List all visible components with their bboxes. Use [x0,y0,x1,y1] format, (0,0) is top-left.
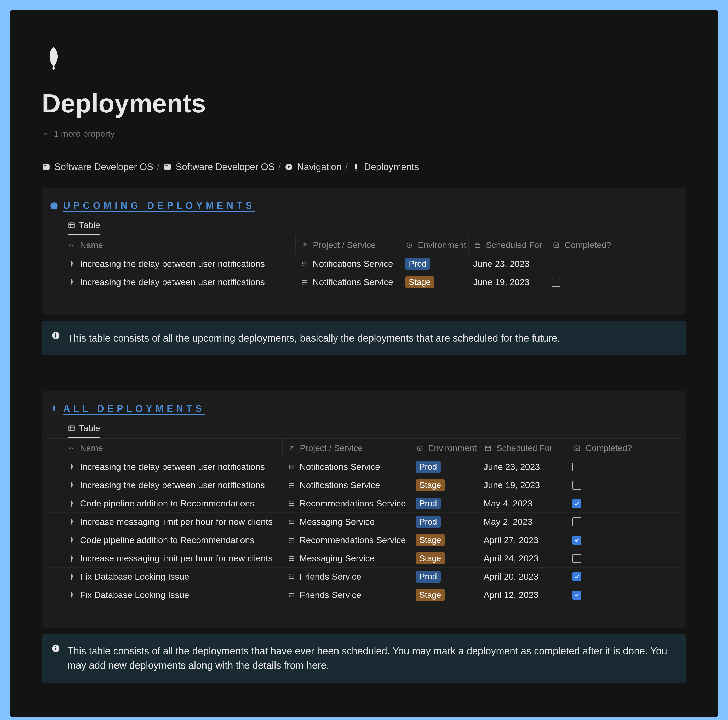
cell-date: April 12, 2023 [483,590,538,600]
col-name[interactable]: Name [68,240,295,250]
completed-checkbox[interactable] [572,536,581,545]
upcoming-deployments-title[interactable]: UPCOMING DEPLOYMENTS [63,200,255,211]
list-icon [288,555,295,562]
cell-name: Code pipeline addition to Recommendation… [80,535,254,545]
cell-name: Increasing the delay between user notifi… [80,462,265,472]
table-row[interactable]: Fix Database Locking IssueFriends Servic… [47,568,681,586]
breadcrumb-separator: / [278,162,281,173]
tab-table[interactable]: Table [68,423,100,438]
text-icon [68,242,75,249]
cell-date: April 24, 2023 [483,553,538,564]
list-icon [288,573,295,581]
table-row[interactable]: Increasing the delay between user notifi… [47,273,681,291]
completed-checkbox[interactable] [572,517,581,526]
completed-checkbox[interactable] [552,260,560,268]
calendar-icon [474,242,481,249]
list-icon [288,592,295,599]
table-row[interactable]: Code pipeline addition to Recommendation… [47,531,681,549]
info-text: This table consists of all the upcoming … [67,331,560,345]
env-badge: Prod [416,516,441,527]
col-scheduled[interactable]: Scheduled For [469,240,547,250]
rocket-icon [68,573,75,581]
table-row[interactable]: Increase messaging limit per hour for ne… [47,549,681,568]
col-project[interactable]: Project / Service [283,443,411,453]
chevron-down-icon [42,130,49,138]
upcoming-tabbar: Table [47,220,681,235]
info-icon [51,644,60,653]
col-completed[interactable]: Completed? [548,240,611,250]
breadcrumb-label: Software Developer OS [176,162,274,173]
breadcrumb-label: Deployments [364,162,419,173]
cell-date: May 2, 2023 [483,517,532,527]
completed-checkbox[interactable] [572,499,581,508]
rocket-icon [68,537,75,544]
tab-table[interactable]: Table [68,220,100,235]
info-icon [51,331,60,340]
env-badge: Stage [416,534,445,546]
col-scheduled[interactable]: Scheduled For [479,443,568,453]
page-title: Deployments [42,88,686,118]
rocket-icon [68,260,75,268]
col-environment[interactable]: Environment [401,240,468,250]
rocket-icon [68,482,75,489]
col-label: Name [80,443,103,453]
env-badge: Prod [416,461,441,473]
env-badge: Stage [416,589,445,601]
checkbox-icon [574,445,581,452]
arrow-ne-icon [288,445,295,452]
breadcrumb-label: Software Developer OS [54,162,153,173]
col-project[interactable]: Project / Service [296,240,400,250]
table-row[interactable]: Fix Database Locking IssueFriends Servic… [47,586,681,604]
status-icon [406,242,413,249]
all-info-callout: This table consists of all the deploymen… [42,634,686,683]
rocket-icon [68,463,75,471]
rocket-icon [68,278,75,286]
completed-checkbox[interactable] [572,554,581,563]
cell-project: Messaging Service [300,517,375,527]
col-label: Completed? [564,240,611,250]
page-icon-rocket [42,39,686,78]
breadcrumb-item[interactable]: Software Developer OS [163,162,274,173]
table-row[interactable]: Increasing the delay between user notifi… [47,476,681,494]
rocket-icon [50,404,58,413]
completed-checkbox[interactable] [572,481,581,490]
cell-project: Friends Service [300,572,361,582]
completed-checkbox[interactable] [572,591,581,599]
upcoming-table: Name Project / Service Environment Sched… [47,235,681,291]
col-label: Scheduled For [486,240,542,250]
completed-checkbox[interactable] [552,278,560,287]
rocket-icon [68,555,75,562]
cell-name: Increasing the delay between user notifi… [80,480,265,490]
breadcrumb-item[interactable]: Navigation [284,162,341,173]
breadcrumb-item[interactable]: Deployments [352,162,419,173]
list-icon [288,500,295,507]
cell-date: June 23, 2023 [473,259,529,269]
breadcrumb-separator: / [157,162,159,173]
tab-label: Table [79,220,100,230]
page-frame: Deployments 1 more property Software Dev… [11,11,717,717]
checkbox-icon [553,242,560,249]
completed-checkbox[interactable] [572,572,581,581]
cell-project: Friends Service [300,590,361,600]
table-icon [68,222,75,229]
table-row[interactable]: Code pipeline addition to Recommendation… [47,494,681,513]
col-name[interactable]: Name [68,443,282,453]
table-header: Name Project / Service Environment Sched… [47,235,681,255]
table-row[interactable]: Increase messaging limit per hour for ne… [47,513,681,531]
breadcrumb-item[interactable]: Software Developer OS [42,162,153,173]
table-row[interactable]: Increasing the delay between user notifi… [47,255,681,273]
all-deployments-title[interactable]: ALL DEPLOYMENTS [63,403,205,414]
cell-date: May 4, 2023 [483,498,532,509]
col-label: Name [80,240,103,250]
col-environment[interactable]: Environment [411,443,479,453]
completed-checkbox[interactable] [572,463,581,471]
table-header: Name Project / Service Environment Sched… [47,439,681,458]
env-badge: Prod [416,498,441,509]
col-label: Project / Service [313,240,376,250]
tab-label: Table [79,423,100,433]
table-row[interactable]: Increasing the delay between user notifi… [47,458,681,476]
more-properties-toggle[interactable]: 1 more property [42,129,686,139]
status-icon [416,445,424,452]
col-completed[interactable]: Completed? [568,443,632,453]
cell-project: Notifications Service [300,462,380,472]
